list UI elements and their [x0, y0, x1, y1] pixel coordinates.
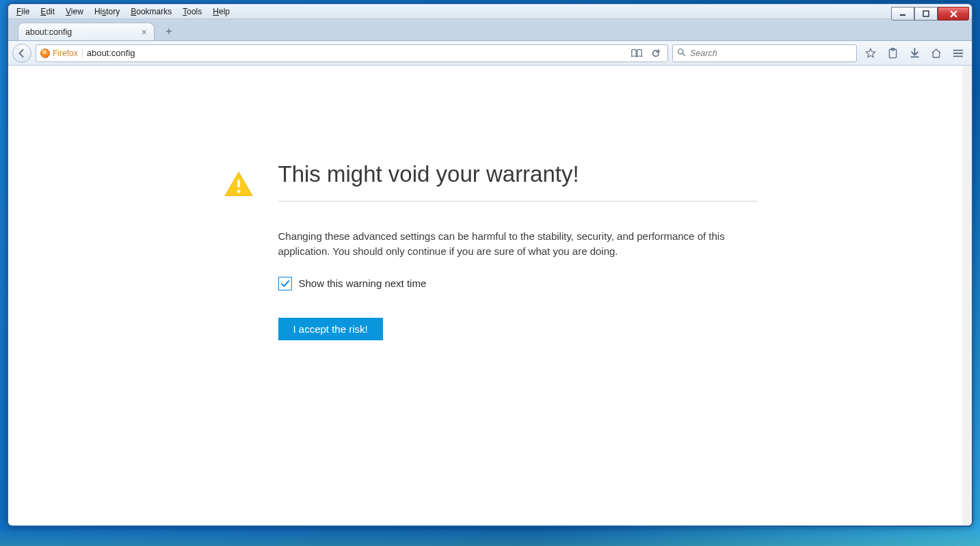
menu-edit[interactable]: Edit	[35, 5, 60, 18]
home-icon[interactable]	[927, 44, 946, 63]
reload-icon[interactable]	[648, 46, 663, 61]
vertical-scrollbar[interactable]	[962, 66, 972, 525]
window-minimize-button[interactable]	[891, 7, 914, 21]
menu-view[interactable]: View	[60, 5, 89, 18]
menubar: File Edit View History Bookmarks Tools H…	[8, 4, 972, 19]
downloads-icon[interactable]	[905, 44, 924, 63]
url-bar[interactable]: Firefox about:config	[36, 44, 668, 62]
menu-help[interactable]: Help	[207, 5, 235, 18]
content-area: This might void your warranty! Changing …	[8, 66, 972, 525]
window-controls	[891, 7, 969, 21]
warning-heading: This might void your warranty!	[278, 161, 757, 202]
menu-file[interactable]: File	[11, 5, 35, 18]
about-config-warning: This might void your warranty! Changing …	[224, 161, 757, 340]
navigation-toolbar: Firefox about:config	[8, 41, 972, 66]
window-close-button[interactable]	[938, 7, 969, 21]
bookmark-star-icon[interactable]	[861, 44, 880, 63]
clipboard-icon[interactable]	[883, 44, 902, 63]
show-warning-checkbox-row[interactable]: Show this warning next time	[278, 277, 757, 290]
svg-rect-1	[923, 11, 929, 16]
back-button[interactable]	[12, 44, 31, 63]
checkbox-icon[interactable]	[278, 277, 292, 290]
url-text[interactable]: about:config	[87, 48, 625, 58]
hamburger-menu-icon[interactable]	[949, 44, 968, 63]
site-identity[interactable]: Firefox	[40, 49, 83, 58]
svg-point-12	[237, 190, 240, 193]
plus-icon: +	[165, 25, 172, 38]
identity-label: Firefox	[53, 49, 78, 58]
new-tab-button[interactable]: +	[160, 24, 178, 39]
tab-active[interactable]: about:config ×	[18, 23, 155, 40]
warning-body: This might void your warranty! Changing …	[278, 161, 757, 340]
tabstrip: about:config × +	[8, 19, 972, 41]
menu-bookmarks[interactable]: Bookmarks	[125, 5, 177, 18]
menu-tools[interactable]: Tools	[177, 5, 207, 18]
toolbar-buttons	[861, 44, 968, 63]
svg-rect-11	[237, 180, 240, 188]
desktop-background-accent	[0, 527, 980, 546]
svg-line-5	[683, 53, 685, 55]
accept-risk-button[interactable]: I accept the risk!	[278, 318, 383, 340]
checkbox-label: Show this warning next time	[299, 277, 427, 289]
search-icon	[677, 48, 686, 59]
window-maximize-button[interactable]	[914, 7, 938, 21]
search-bar[interactable]	[672, 44, 857, 62]
warning-triangle-icon	[224, 171, 254, 198]
reader-mode-icon[interactable]	[629, 46, 644, 61]
tab-close-icon[interactable]: ×	[142, 27, 147, 37]
browser-window: File Edit View History Bookmarks Tools H…	[7, 3, 973, 527]
firefox-icon	[40, 49, 50, 58]
tab-title: about:config	[25, 27, 72, 37]
warning-paragraph: Changing these advanced settings can be …	[278, 229, 757, 259]
menu-history[interactable]: History	[89, 5, 125, 18]
search-input[interactable]	[690, 49, 852, 58]
